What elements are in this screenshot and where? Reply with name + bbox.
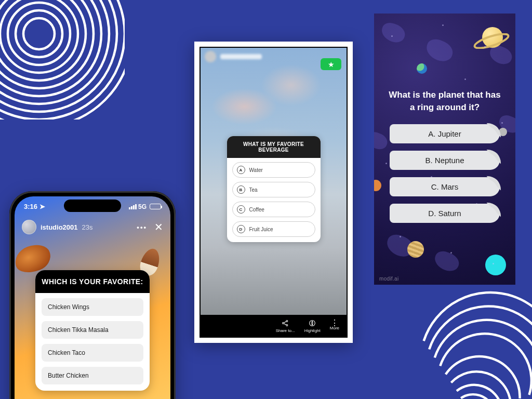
svg-point-6 <box>0 0 101 96</box>
quiz-title: WHAT IS MY FAVORITE BEVERAGE <box>227 136 321 158</box>
star-icon: ★ <box>328 60 335 69</box>
share-button[interactable]: Share to... <box>276 319 295 333</box>
quiz-option[interactable]: C. Mars <box>390 177 500 196</box>
quiz-option[interactable]: B Tea <box>232 182 315 197</box>
svg-point-0 <box>23 18 55 49</box>
option-letter: A <box>237 166 245 174</box>
highlight-button[interactable]: Highlight <box>304 319 321 333</box>
story-quiz-card: WHAT IS MY FAVORITE BEVERAGE A Water B T… <box>227 136 321 242</box>
more-icon: ⋮ <box>330 322 339 325</box>
close-friends-badge[interactable]: ★ <box>321 58 341 70</box>
story-close-icon[interactable]: ✕ <box>154 221 163 233</box>
brand-watermark: modif.ai <box>379 276 398 282</box>
svg-point-11 <box>283 322 284 324</box>
svg-point-13 <box>286 324 288 326</box>
option-letter: B <box>237 185 245 194</box>
network-label: 5G <box>138 203 147 210</box>
option-label: Tea <box>249 187 258 193</box>
quiz-options: A. Jupiter B. Neptune C. Mars D. Saturn <box>374 124 515 223</box>
option-letter: C <box>237 205 245 214</box>
svg-point-3 <box>0 0 78 73</box>
story-age: 23s <box>82 223 93 231</box>
svg-point-4 <box>0 0 86 81</box>
story-username[interactable]: istudio2001 <box>41 223 78 231</box>
option-label: Coffee <box>249 207 264 212</box>
quiz-title: WHICH IS YOUR FAVORITE: <box>35 270 150 293</box>
story-footer: Share to... Highlight ⋮ More <box>201 315 347 337</box>
svg-point-5 <box>0 0 94 88</box>
avatar[interactable] <box>205 51 216 62</box>
avatar[interactable] <box>22 220 36 234</box>
story-viewer: ★ WHAT IS MY FAVORITE BEVERAGE A Water B… <box>200 47 348 338</box>
quiz-option[interactable]: Chicken Tikka Masala <box>42 321 143 339</box>
share-icon <box>281 319 289 327</box>
quiz-option[interactable]: D Fruit Juice <box>232 221 315 237</box>
battery-icon <box>150 204 161 209</box>
phone-mockup: 3:16 ➤ 5G istudio2001 23s ••• ✕ WHICH IS… <box>9 191 176 399</box>
phone-notch <box>64 200 121 212</box>
svg-point-10 <box>0 0 125 119</box>
story-viewer-frame: ★ WHAT IS MY FAVORITE BEVERAGE A Water B… <box>194 42 353 343</box>
svg-point-2 <box>8 3 70 65</box>
story-quiz-card: WHICH IS YOUR FAVORITE: Chicken Wings Ch… <box>35 270 150 391</box>
option-letter: D <box>237 225 245 233</box>
quiz-option[interactable]: Chicken Wings <box>42 298 143 316</box>
option-label: Water <box>249 167 263 173</box>
signal-icon <box>129 204 137 209</box>
story-username-blurred <box>220 54 262 59</box>
quiz-option[interactable]: Chicken Taco <box>42 344 143 362</box>
svg-point-7 <box>0 0 109 104</box>
quiz-option[interactable]: A. Jupiter <box>390 124 500 143</box>
story-header: istudio2001 23s ••• ✕ <box>15 210 170 238</box>
more-button[interactable]: ⋮ More <box>330 322 339 330</box>
quiz-option[interactable]: D. Saturn <box>390 204 500 223</box>
quiz-option[interactable]: B. Neptune <box>390 151 500 170</box>
status-time: 3:16 ➤ <box>24 203 45 210</box>
svg-point-12 <box>286 320 288 322</box>
quiz-question: What is the planet that has a ring aroun… <box>374 14 515 124</box>
option-label: Fruit Juice <box>249 227 273 232</box>
decor-arcs-top-left <box>0 0 125 119</box>
phone-screen: 3:16 ➤ 5G istudio2001 23s ••• ✕ WHICH IS… <box>15 196 170 399</box>
highlight-icon <box>308 319 316 327</box>
svg-point-8 <box>0 0 117 112</box>
svg-point-9 <box>0 0 125 119</box>
planet-quiz-card: What is the planet that has a ring aroun… <box>374 14 515 285</box>
quiz-option[interactable]: C Coffee <box>232 202 315 217</box>
svg-point-1 <box>16 10 62 57</box>
quiz-option[interactable]: A Water <box>232 162 315 178</box>
story-more-icon[interactable]: ••• <box>137 223 147 231</box>
quiz-option[interactable]: Butter Chicken <box>42 367 143 384</box>
